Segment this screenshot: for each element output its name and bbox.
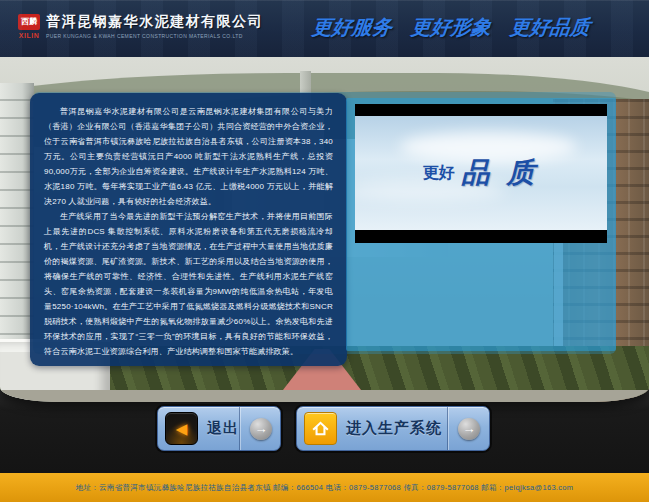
- video-screen[interactable]: 更好 品 质: [355, 116, 607, 230]
- video-caption: 更好 品 质: [423, 154, 540, 192]
- back-icon: ◀: [165, 412, 198, 445]
- enter-production-system-button[interactable]: 进入生产系统 →: [296, 406, 490, 451]
- footer-bar: 地址：云南省普洱市镇沅彝族哈尼族拉祜族自治县者东镇 邮编：666504 电话：0…: [0, 473, 649, 502]
- forward-arrow-icon[interactable]: →: [250, 418, 272, 440]
- forward-arrow-icon[interactable]: →: [458, 418, 480, 440]
- company-intro-panel: 普洱昆钢嘉华水泥建材有限公司是云南昆钢水泥建材集团有限公司与美力（香港）企业有限…: [30, 93, 347, 366]
- header-bar: 西麟 XILIN 普洱昆钢嘉华水泥建材有限公司 PUER KUNGANG & K…: [0, 0, 649, 57]
- enter-button-label: 进入生产系统: [346, 419, 442, 438]
- photo-ground: [0, 390, 649, 402]
- video-caption-main: 品 质: [462, 154, 540, 192]
- company-name: 普洱昆钢嘉华水泥建材有限公司: [46, 13, 263, 31]
- button-divider: [239, 407, 241, 450]
- promo-video-player[interactable]: 更好 品 质: [346, 98, 616, 351]
- company-logo: 西麟: [18, 14, 40, 30]
- kiosk-screen: 西麟 XILIN 普洱昆钢嘉华水泥建材有限公司 PUER KUNGANG & K…: [0, 0, 649, 502]
- video-letterbox-top: [355, 104, 607, 116]
- logo-en-text: XILIN: [16, 32, 42, 39]
- company-name-en: PUER KUNGANG & KWAH CEMENT CONSTRUCTION …: [46, 33, 243, 39]
- exit-button[interactable]: ◀ 退出 →: [157, 406, 281, 451]
- intro-paragraph-2: 生产线采用了当今最先进的新型干法预分解窑生产技术，并将使用目前国际上最先进的DC…: [44, 209, 333, 359]
- video-letterbox-bottom: [355, 230, 607, 243]
- button-divider: [447, 407, 449, 450]
- logo-cn-text: 西麟: [21, 18, 37, 26]
- exit-button-label: 退出: [207, 419, 239, 438]
- photo-left-tower: [0, 83, 34, 373]
- intro-paragraph-1: 普洱昆钢嘉华水泥建材有限公司是云南昆钢水泥建材集团有限公司与美力（香港）企业有限…: [44, 104, 333, 209]
- header-slogan: 更好服务 更好形象 更好品质: [311, 14, 592, 41]
- video-caption-prefix: 更好: [423, 163, 455, 184]
- footer-contact-info: 地址：云南省普洱市镇沅彝族哈尼族拉祜族自治县者东镇 邮编：666504 电话：0…: [76, 483, 574, 493]
- home-icon: [304, 412, 337, 445]
